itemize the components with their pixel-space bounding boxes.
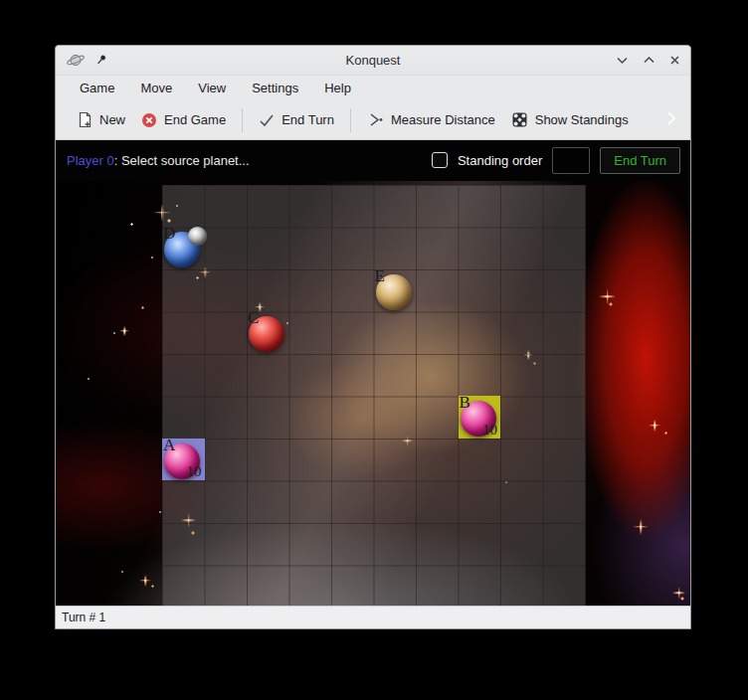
- konquest-app-icon[interactable]: [66, 52, 86, 69]
- planet-cell-C[interactable]: C: [247, 311, 289, 354]
- toolbar-overflow-chevron[interactable]: [662, 108, 680, 131]
- standings-board-icon: [511, 111, 528, 128]
- minimize-button[interactable]: [616, 56, 629, 65]
- end-game-button[interactable]: End Game: [133, 106, 234, 134]
- status-message: : Select source planet...: [114, 153, 250, 168]
- toolbar-label: End Game: [164, 112, 226, 127]
- end-game-icon: [141, 112, 157, 128]
- moon: [188, 227, 207, 246]
- measure-distance-button[interactable]: Measure Distance: [359, 106, 503, 133]
- planet-cell-D[interactable]: D: [162, 227, 205, 269]
- menu-move[interactable]: Move: [131, 78, 181, 98]
- measure-distance-icon: [367, 112, 384, 127]
- pin-icon[interactable]: [94, 54, 107, 67]
- ships-count-input[interactable]: [552, 147, 590, 174]
- toolbar-separator: [350, 108, 351, 132]
- planet-letter: C: [248, 309, 259, 326]
- toolbar-label: New: [99, 112, 125, 127]
- galaxy-map[interactable]: A10B10CDE: [56, 181, 690, 607]
- end-turn-button[interactable]: End Turn: [600, 147, 680, 174]
- toolbar-separator: [242, 108, 243, 132]
- ship-count: 10: [482, 423, 497, 438]
- toolbar: New End Game End Turn: [56, 101, 690, 140]
- planet-cell-E[interactable]: E: [374, 269, 417, 312]
- galaxy-grid[interactable]: A10B10CDE: [162, 185, 586, 607]
- toolbar-label: Show Standings: [535, 112, 629, 127]
- menu-settings[interactable]: Settings: [243, 78, 307, 98]
- game-status-row: Player 0: Select source planet... Standi…: [56, 140, 690, 181]
- menu-view[interactable]: View: [189, 78, 235, 98]
- toolbar-label: End Turn: [281, 112, 334, 127]
- konquest-window: Konquest Game Move View Settings Help: [55, 45, 691, 629]
- planet-letter: A: [163, 437, 175, 453]
- toolbar-label: Measure Distance: [391, 112, 495, 127]
- planet-letter: D: [163, 225, 175, 242]
- maximize-button[interactable]: [643, 56, 655, 65]
- standing-order-label: Standing order: [458, 153, 542, 168]
- planet-letter: E: [375, 267, 385, 284]
- new-game-button[interactable]: New: [70, 105, 133, 134]
- ship-count: 10: [187, 464, 202, 479]
- end-turn-toolbar-button[interactable]: End Turn: [251, 106, 342, 133]
- planet-cell-A[interactable]: A10: [162, 438, 205, 481]
- standing-order-checkbox[interactable]: [432, 152, 448, 168]
- player-label: Player 0: [67, 153, 114, 168]
- window-title: Konquest: [56, 53, 690, 68]
- show-standings-button[interactable]: Show Standings: [503, 105, 637, 134]
- turn-counter: Turn # 1: [62, 611, 105, 624]
- checkmark-icon: [259, 113, 275, 127]
- titlebar: Konquest: [56, 46, 690, 76]
- menu-help[interactable]: Help: [315, 78, 360, 98]
- menubar: Game Move View Settings Help: [56, 76, 690, 101]
- statusbar: Turn # 1: [56, 606, 690, 628]
- new-document-icon: [78, 111, 93, 128]
- planet-cell-B[interactable]: B10: [459, 396, 501, 438]
- planet-letter: B: [460, 394, 470, 411]
- menu-game[interactable]: Game: [71, 78, 123, 98]
- close-button[interactable]: [669, 55, 680, 66]
